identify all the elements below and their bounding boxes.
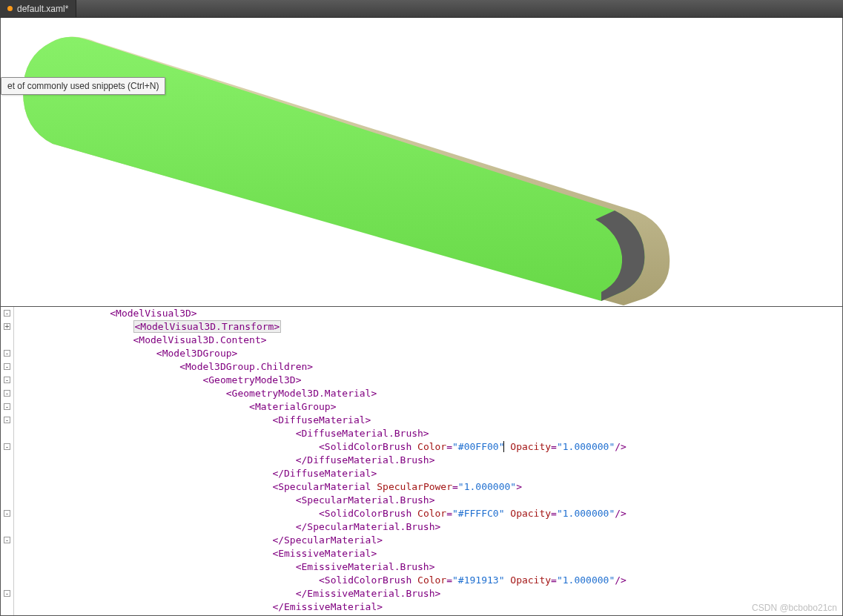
fold-toggle[interactable] [1, 454, 13, 467]
fold-toggle[interactable]: - [1, 587, 13, 600]
fold-toggle[interactable] [1, 560, 13, 574]
fold-toggle[interactable]: - [1, 347, 13, 360]
fold-toggle[interactable] [1, 494, 13, 507]
fold-toggle[interactable] [1, 480, 13, 494]
fold-toggle[interactable]: - [1, 374, 13, 387]
design-surface[interactable]: et of commonly used snippets (Ctrl+N) [0, 18, 843, 307]
watermark: CSDN @bcbobo21cn [752, 603, 837, 613]
fold-toggle[interactable]: - [1, 307, 13, 320]
xaml-editor[interactable]: -+----------- <ModelVisual3D> <ModelVisu… [0, 307, 843, 616]
fold-toggle[interactable]: - [1, 534, 13, 547]
document-tab[interactable]: default.xaml* [0, 0, 76, 17]
fold-toggle[interactable] [1, 547, 13, 560]
fold-toggle[interactable] [1, 520, 13, 534]
tab-label: default.xaml* [17, 4, 68, 14]
fold-toggle[interactable] [1, 334, 13, 347]
titlebar: default.xaml* [0, 0, 843, 18]
fold-toggle[interactable]: - [1, 400, 13, 414]
fold-toggle[interactable] [1, 427, 13, 440]
unsaved-dot-icon [7, 6, 13, 11]
fold-toggle[interactable]: - [1, 360, 13, 374]
xaml-code[interactable]: <ModelVisual3D> <ModelVisual3D.Transform… [14, 307, 627, 615]
fold-toggle[interactable]: + [1, 320, 13, 334]
tooltip-snippets: et of commonly used snippets (Ctrl+N) [1, 77, 165, 95]
fold-toggle[interactable] [1, 600, 13, 614]
model-preview [1, 18, 843, 307]
fold-toggle[interactable] [1, 467, 13, 480]
app-root: default.xaml* et of commonly used snip [0, 0, 843, 616]
fold-toggle[interactable]: - [1, 387, 13, 400]
fold-toggle[interactable]: - [1, 440, 13, 454]
fold-toggle[interactable]: - [1, 507, 13, 520]
fold-gutter[interactable]: -+----------- [1, 307, 14, 615]
fold-toggle[interactable]: - [1, 414, 13, 427]
fold-toggle[interactable] [1, 574, 13, 587]
